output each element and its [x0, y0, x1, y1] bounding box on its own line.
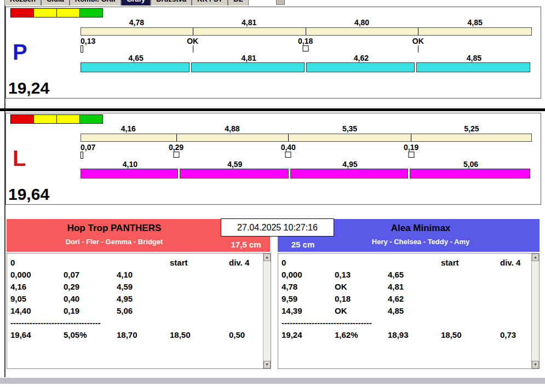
result-cell: 9,05	[10, 294, 26, 303]
scroll-up-icon[interactable]: ▲	[263, 253, 271, 261]
tab-kk-st[interactable]: KK / ST	[192, 0, 228, 5]
start-time-value: OK	[412, 37, 424, 45]
result-cell: div. 4	[500, 258, 520, 267]
split-bar-tick	[418, 28, 418, 35]
dog-time-value: 4,59	[227, 160, 242, 169]
tab-kombi-graf[interactable]: Kombi. Graf	[70, 0, 121, 5]
split-time-value: 5,35	[342, 124, 357, 133]
tab--idla[interactable]: Čidla	[41, 0, 70, 5]
start-fault-marker	[173, 152, 179, 158]
dog-time-segment	[81, 169, 178, 178]
dog-time-value: 4,85	[467, 54, 481, 62]
scroll-down-icon[interactable]: ▼	[532, 361, 539, 368]
result-cell: 0,29	[64, 282, 79, 291]
start-time-value: OK	[187, 37, 198, 45]
start-light-2	[56, 8, 80, 18]
results-left-scrollbar[interactable]: ▲ ▼	[263, 253, 271, 368]
start-time-value: 0,13	[81, 37, 95, 45]
result-cell: start	[170, 258, 188, 267]
dog-time-value: 4,65	[129, 54, 144, 62]
app-window: RozběhČidlaKombi. GrafGrafyDružstvaKK / …	[0, 0, 545, 392]
scroll-down-icon[interactable]: ▼	[263, 361, 271, 368]
dog-time-value: 4,62	[354, 54, 369, 62]
start-fault-marker	[302, 45, 308, 51]
result-total-cell: 18,93	[388, 330, 409, 339]
start-lights	[10, 8, 102, 18]
ok-tick-marker	[418, 45, 418, 53]
split-times-row: 4,164,885,355,25	[81, 124, 532, 133]
dog-time-bar	[81, 62, 532, 72]
split-time-value: 4,16	[121, 124, 136, 133]
dog-times-row: 4,654,814,624,85	[81, 54, 532, 62]
tab-grafy[interactable]: Grafy	[121, 0, 151, 5]
start-markers-row	[81, 152, 532, 159]
results-left-rows: 0startdiv. 40,0000,074,104,160,294,599,0…	[7, 253, 271, 368]
tab-rozb-h[interactable]: Rozběh	[4, 0, 41, 5]
status-bar	[0, 378, 545, 384]
start-light-0	[10, 8, 34, 18]
dog-time-segment	[180, 169, 289, 178]
result-cell: start	[441, 258, 459, 267]
result-total-cell: 18,50	[441, 330, 462, 339]
result-total-cell: 0,50	[229, 330, 245, 339]
result-cell: OK	[335, 282, 347, 291]
split-bar	[81, 27, 532, 36]
dog-time-bar	[81, 169, 532, 178]
result-cell: 14,40	[10, 306, 31, 315]
result-cell: 4,78	[282, 282, 297, 291]
split-time-value: 4,80	[354, 18, 369, 27]
dog-times-row: 4,104,594,955,06	[81, 160, 532, 169]
start-fault-marker	[285, 152, 291, 158]
result-cell: 0,07	[64, 270, 79, 279]
result-cell: 4,59	[117, 282, 133, 291]
start-markers-row	[81, 45, 532, 53]
split-times-row: 4,784,814,804,85	[81, 18, 532, 27]
results-right: 0startdiv. 40,0000,134,654,78OK4,819,590…	[278, 253, 540, 369]
result-separator: ---------------------------------	[282, 318, 372, 327]
split-bar-tick	[193, 28, 193, 35]
result-total-cell: 18,70	[117, 330, 137, 339]
result-total-cell: 0,73	[500, 330, 516, 339]
split-time-value: 4,81	[242, 18, 256, 27]
tab-dz[interactable]: DZ	[228, 0, 248, 5]
split-time-value: 4,78	[129, 18, 144, 27]
tab-bar: RozběhČidlaKombi. GrafGrafyDružstvaKK / …	[4, 0, 542, 5]
start-light-0	[10, 114, 34, 124]
tab-dru-stva[interactable]: Družstva	[151, 0, 192, 5]
datetime-display: 27.04.2025 10:27:16	[221, 218, 334, 237]
split-time-value: 4,88	[225, 124, 239, 133]
result-total-cell: 18,50	[170, 330, 191, 339]
results-right-rows: 0startdiv. 40,0000,134,654,78OK4,819,590…	[278, 253, 539, 368]
ok-tick-marker	[193, 45, 193, 53]
start-time-value: 0,29	[169, 143, 183, 152]
result-cell: 0,000	[10, 270, 31, 279]
start-light-3	[79, 114, 103, 124]
start-time-value: 0,07	[81, 143, 95, 152]
result-cell: 0,000	[282, 270, 302, 279]
split-bar-tick	[306, 28, 306, 35]
jump-height-right: 25 cm	[279, 240, 327, 249]
result-total-cell: 19,24	[282, 330, 302, 339]
lane-letter: L	[13, 147, 26, 169]
lane-divider	[0, 108, 545, 111]
dog-time-segment	[416, 62, 530, 72]
scroll-up-icon[interactable]: ▲	[532, 253, 539, 261]
lane-letter: P	[13, 41, 27, 63]
result-cell: 0	[10, 258, 15, 267]
jump-height-left: 17,5 cm	[221, 240, 271, 249]
result-cell: 5,06	[117, 306, 133, 315]
result-cell: 4,16	[10, 282, 26, 291]
dog-time-segment	[81, 62, 190, 72]
split-time-value: 5,25	[464, 124, 479, 133]
dog-time-segment	[191, 62, 304, 72]
result-cell: OK	[335, 306, 347, 315]
result-cell: 4,65	[388, 270, 404, 279]
dog-time-segment	[290, 169, 408, 178]
dog-time-value: 5,06	[463, 160, 478, 169]
results-right-scrollbar[interactable]: ▲ ▼	[531, 253, 539, 368]
start-light-2	[56, 114, 80, 124]
start-fault-marker	[81, 45, 83, 53]
tab-bar-mini-button[interactable]	[276, 0, 285, 5]
result-total-cell: 19,64	[10, 330, 31, 339]
tab-bar-inner: RozběhČidlaKombi. GrafGrafyDružstvaKK / …	[4, 0, 285, 5]
